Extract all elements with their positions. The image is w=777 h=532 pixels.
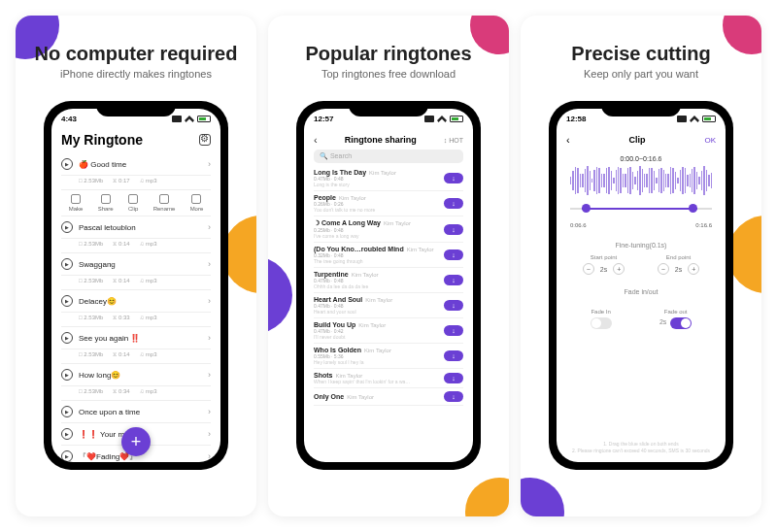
download-button[interactable]: ↓ (444, 198, 463, 209)
download-button[interactable]: ↓ (444, 249, 463, 260)
make-button[interactable]: Make (69, 194, 84, 212)
play-icon[interactable]: ▶ (61, 158, 73, 170)
screen-title: Clip (629, 135, 646, 145)
minus-button[interactable]: − (658, 263, 669, 275)
search-input[interactable]: 🔍 Search (314, 150, 463, 163)
artist-label: Kim Taylor (369, 170, 396, 176)
screen: 12:57 ‹ Ringtone sharing ↕ HOT 🔍 Search … (304, 109, 473, 462)
ringtone-meta: □ 2.53Mb⧖ 0:17♫ mp3 (61, 176, 211, 190)
start-handle[interactable] (582, 204, 591, 213)
decor-blob (723, 16, 761, 54)
artist-label: Kim Taylor (364, 348, 391, 353)
panel-title: Popular ringtones (305, 43, 471, 65)
wifi-icon (185, 116, 194, 122)
back-button[interactable]: ‹ (566, 134, 570, 146)
download-button[interactable]: ↓ (444, 173, 463, 183)
battery-icon (450, 116, 463, 122)
chevron-icon: › (208, 296, 211, 306)
panel-title: Precise cutting (571, 43, 710, 65)
download-button[interactable]: ↓ (444, 350, 463, 361)
chevron-icon: › (208, 370, 211, 380)
start-point: Start point −2s+ (583, 254, 625, 275)
play-icon[interactable]: ▶ (61, 332, 73, 344)
ok-button[interactable]: OK (704, 136, 716, 145)
fade-in: Fade In (591, 309, 612, 329)
range-label: 0:00.0~0:16.6 (566, 155, 716, 162)
play-icon[interactable]: ▶ (61, 295, 73, 307)
ringtone-meta: □ 2.53Mb⧖ 0:33♫ mp3 (61, 313, 211, 327)
download-button[interactable]: ↓ (444, 325, 463, 336)
shared-ringtone-row[interactable]: PeopleKim Taylor0.26Mb · 0:26You don't t… (314, 191, 463, 216)
rename-button[interactable]: Rename (153, 194, 176, 212)
download-button[interactable]: ↓ (444, 275, 463, 285)
shared-ringtone-row[interactable]: ☽ Come A Long WayKim Taylor0.25Mb · 0:48… (314, 216, 463, 243)
artist-label: Kim Taylor (352, 272, 379, 278)
download-button[interactable]: ↓ (444, 373, 463, 383)
signal-icon (677, 116, 687, 122)
fade-out-toggle[interactable] (670, 317, 692, 329)
back-button[interactable]: ‹ (314, 134, 318, 146)
clip-button[interactable]: Clip (128, 194, 138, 212)
ringtone-lyric: Hey lonely soul I hey la (314, 359, 444, 365)
fade-label: Fade in/out (566, 288, 716, 295)
waveform[interactable] (570, 166, 712, 195)
sort-hot[interactable]: ↕ HOT (444, 137, 463, 144)
panel-popular: Popular ringtones Top ringtones free dow… (268, 16, 509, 516)
ringtone-title: Only OneKim Taylor (314, 393, 444, 400)
shared-ringtone-row[interactable]: Build You UpKim Taylor0.47Mb · 0:42I'll … (314, 318, 463, 344)
shared-ringtone-row[interactable]: (Do You Kno…roubled MindKim Taylor0.32Mb… (314, 243, 463, 268)
ringtone-row[interactable]: ▶Swaggang› (61, 253, 211, 276)
decor-blob (268, 256, 292, 334)
shared-ringtone-row[interactable]: ShotsKim TaylorWhen I keep sayin' that I… (314, 369, 463, 388)
ringtone-row[interactable]: ▶ 🍎 Good time › (61, 153, 211, 176)
artist-label: Kim Taylor (384, 220, 411, 226)
play-icon[interactable]: ▶ (61, 406, 73, 417)
ringtone-meta: □ 2.53Mb⧖ 0:14♫ mp3 (61, 276, 211, 290)
download-button[interactable]: ↓ (444, 391, 463, 402)
fade-in-toggle[interactable] (591, 317, 612, 329)
chevron-icon: › (208, 429, 211, 439)
panel-subtitle: iPhone directly makes ringtones (35, 68, 238, 80)
share-button[interactable]: Share (98, 194, 114, 212)
clock: 4:43 (61, 115, 77, 123)
range-slider[interactable] (570, 201, 712, 216)
ringtone-title: ShotsKim Taylor (314, 372, 444, 379)
shared-ringtone-row[interactable]: Only OneKim Taylor↓ (314, 388, 463, 406)
minus-button[interactable]: − (583, 263, 594, 275)
play-icon[interactable]: ▶ (61, 258, 73, 270)
ringtone-title: Who Is GoldenKim Taylor (314, 347, 444, 353)
download-button[interactable]: ↓ (444, 224, 463, 235)
shared-ringtone-row[interactable]: Who Is GoldenKim Taylor0.55Mb · 5:36Hey … (314, 344, 463, 369)
ringtone-row[interactable]: ▶How long😊› (61, 364, 211, 386)
play-icon[interactable]: ▶ (61, 428, 73, 440)
panel-subtitle: Top ringtones free download (305, 68, 471, 80)
shared-ringtone-row[interactable]: Heart And SoulKim Taylor0.47Mb · 0:48Hea… (314, 293, 463, 318)
wifi-icon (437, 116, 447, 122)
add-fab[interactable]: + (121, 427, 151, 456)
clock: 12:58 (566, 115, 586, 123)
notch (96, 101, 176, 116)
shared-ringtone-row[interactable]: TurpentineKim Taylor0.47Mb · 0:48Ohhh da… (314, 268, 463, 293)
panel-my-ringtone: No computer required iPhone directly mak… (16, 16, 256, 516)
plus-button[interactable]: + (613, 263, 625, 275)
ringtone-row[interactable]: ▶Pascal letoublon› (61, 216, 211, 239)
ringtone-label: How long😊 (79, 371, 208, 380)
chevron-icon: › (208, 259, 211, 269)
gear-icon[interactable] (199, 134, 211, 146)
ringtone-row[interactable]: ▶Once upon a time› (61, 401, 211, 423)
ringtone-row[interactable]: ▶See you again ‼️› (61, 327, 211, 349)
end-handle[interactable] (689, 204, 697, 213)
download-button[interactable]: ↓ (444, 300, 463, 311)
plus-button[interactable]: + (688, 263, 699, 275)
shared-ringtone-row[interactable]: Long Is The DayKim Taylor0.47Mb · 0:48Lo… (314, 166, 463, 191)
more-button[interactable]: More (190, 194, 204, 212)
finetune-label: Fine-tuning(0.1s) (566, 242, 716, 249)
play-icon[interactable]: ▶ (61, 221, 73, 233)
ringtone-row[interactable]: ▶Delacey😊› (61, 290, 211, 313)
play-icon[interactable]: ▶ (61, 450, 73, 462)
phone-frame: 12:58 ‹ Clip OK 0:00.0~0:16.6 (549, 101, 733, 470)
panel-title: No computer required (35, 43, 238, 65)
screen-title: My Ringtone (61, 132, 143, 148)
play-icon[interactable]: ▶ (61, 369, 73, 381)
decor-blob (521, 478, 564, 516)
